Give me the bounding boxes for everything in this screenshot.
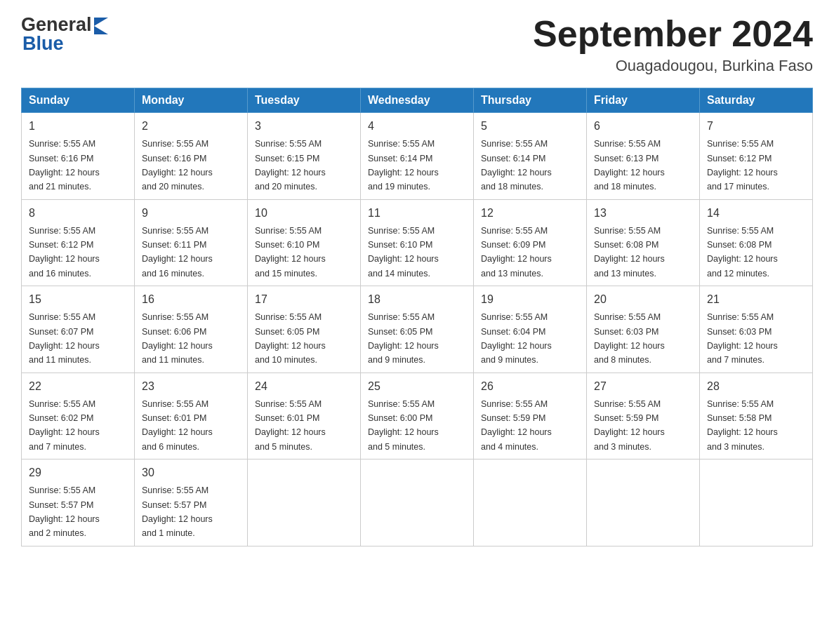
calendar-week-row: 1Sunrise: 5:55 AMSunset: 6:16 PMDaylight… <box>22 113 813 200</box>
table-row: 28Sunrise: 5:55 AMSunset: 5:58 PMDayligh… <box>700 373 813 459</box>
table-row: 4Sunrise: 5:55 AMSunset: 6:14 PMDaylight… <box>361 113 474 200</box>
table-row: 13Sunrise: 5:55 AMSunset: 6:08 PMDayligh… <box>587 199 700 286</box>
day-number: 16 <box>142 291 240 308</box>
page-header: General Blue September 2024 Ouagadougou,… <box>21 14 813 75</box>
day-info: Sunrise: 5:55 AMSunset: 6:13 PMDaylight:… <box>594 139 665 192</box>
day-number: 7 <box>707 118 805 135</box>
title-area: September 2024 Ouagadougou, Burkina Faso <box>533 14 813 75</box>
day-info: Sunrise: 5:55 AMSunset: 6:14 PMDaylight:… <box>481 139 552 192</box>
day-number: 30 <box>142 464 240 481</box>
day-info: Sunrise: 5:55 AMSunset: 6:04 PMDaylight:… <box>481 312 552 365</box>
day-number: 27 <box>594 378 692 395</box>
day-number: 11 <box>368 205 466 222</box>
day-info: Sunrise: 5:55 AMSunset: 6:12 PMDaylight:… <box>707 139 778 192</box>
table-row: 17Sunrise: 5:55 AMSunset: 6:05 PMDayligh… <box>248 286 361 373</box>
day-number: 29 <box>29 464 127 481</box>
day-info: Sunrise: 5:55 AMSunset: 6:01 PMDaylight:… <box>142 399 213 452</box>
day-info: Sunrise: 5:55 AMSunset: 6:16 PMDaylight:… <box>142 139 213 192</box>
col-wednesday: Wednesday <box>361 88 474 113</box>
day-number: 5 <box>481 118 579 135</box>
col-monday: Monday <box>135 88 248 113</box>
day-number: 3 <box>255 118 353 135</box>
table-row: 2Sunrise: 5:55 AMSunset: 6:16 PMDaylight… <box>135 113 248 200</box>
day-number: 21 <box>707 291 805 308</box>
table-row: 30Sunrise: 5:55 AMSunset: 5:57 PMDayligh… <box>135 459 248 546</box>
table-row: 15Sunrise: 5:55 AMSunset: 6:07 PMDayligh… <box>22 286 135 373</box>
table-row: 5Sunrise: 5:55 AMSunset: 6:14 PMDaylight… <box>474 113 587 200</box>
table-row <box>248 459 361 546</box>
day-info: Sunrise: 5:55 AMSunset: 6:03 PMDaylight:… <box>594 312 665 365</box>
day-number: 12 <box>481 205 579 222</box>
day-number: 10 <box>255 205 353 222</box>
day-info: Sunrise: 5:55 AMSunset: 6:15 PMDaylight:… <box>255 139 326 192</box>
logo-blue-text: Blue <box>22 33 64 55</box>
day-info: Sunrise: 5:55 AMSunset: 6:14 PMDaylight:… <box>368 139 439 192</box>
col-tuesday: Tuesday <box>248 88 361 113</box>
day-info: Sunrise: 5:55 AMSunset: 6:11 PMDaylight:… <box>142 226 213 279</box>
table-row: 20Sunrise: 5:55 AMSunset: 6:03 PMDayligh… <box>587 286 700 373</box>
calendar-week-row: 22Sunrise: 5:55 AMSunset: 6:02 PMDayligh… <box>22 373 813 459</box>
calendar-subtitle: Ouagadougou, Burkina Faso <box>533 57 813 75</box>
day-info: Sunrise: 5:55 AMSunset: 5:57 PMDaylight:… <box>29 485 100 538</box>
day-info: Sunrise: 5:55 AMSunset: 6:08 PMDaylight:… <box>594 226 665 279</box>
table-row: 11Sunrise: 5:55 AMSunset: 6:10 PMDayligh… <box>361 199 474 286</box>
day-info: Sunrise: 5:55 AMSunset: 5:59 PMDaylight:… <box>481 399 552 452</box>
col-sunday: Sunday <box>22 88 135 113</box>
table-row: 22Sunrise: 5:55 AMSunset: 6:02 PMDayligh… <box>22 373 135 459</box>
day-number: 17 <box>255 291 353 308</box>
day-info: Sunrise: 5:55 AMSunset: 6:05 PMDaylight:… <box>368 312 439 365</box>
day-number: 22 <box>29 378 127 395</box>
table-row: 24Sunrise: 5:55 AMSunset: 6:01 PMDayligh… <box>248 373 361 459</box>
calendar-week-row: 29Sunrise: 5:55 AMSunset: 5:57 PMDayligh… <box>22 459 813 546</box>
col-saturday: Saturday <box>700 88 813 113</box>
col-thursday: Thursday <box>474 88 587 113</box>
table-row <box>587 459 700 546</box>
day-number: 9 <box>142 205 240 222</box>
day-info: Sunrise: 5:55 AMSunset: 5:57 PMDaylight:… <box>142 485 213 538</box>
day-number: 15 <box>29 291 127 308</box>
day-info: Sunrise: 5:55 AMSunset: 6:16 PMDaylight:… <box>29 139 100 192</box>
calendar-header-row: Sunday Monday Tuesday Wednesday Thursday… <box>22 88 813 113</box>
table-row: 3Sunrise: 5:55 AMSunset: 6:15 PMDaylight… <box>248 113 361 200</box>
table-row: 18Sunrise: 5:55 AMSunset: 6:05 PMDayligh… <box>361 286 474 373</box>
calendar-week-row: 15Sunrise: 5:55 AMSunset: 6:07 PMDayligh… <box>22 286 813 373</box>
day-number: 14 <box>707 205 805 222</box>
calendar-title: September 2024 <box>533 14 813 54</box>
calendar-table: Sunday Monday Tuesday Wednesday Thursday… <box>21 88 813 546</box>
day-info: Sunrise: 5:55 AMSunset: 6:10 PMDaylight:… <box>255 226 326 279</box>
table-row: 12Sunrise: 5:55 AMSunset: 6:09 PMDayligh… <box>474 199 587 286</box>
table-row <box>700 459 813 546</box>
day-number: 1 <box>29 118 127 135</box>
day-info: Sunrise: 5:55 AMSunset: 6:05 PMDaylight:… <box>255 312 326 365</box>
table-row: 10Sunrise: 5:55 AMSunset: 6:10 PMDayligh… <box>248 199 361 286</box>
table-row: 23Sunrise: 5:55 AMSunset: 6:01 PMDayligh… <box>135 373 248 459</box>
day-number: 18 <box>368 291 466 308</box>
day-info: Sunrise: 5:55 AMSunset: 5:59 PMDaylight:… <box>594 399 665 452</box>
table-row: 14Sunrise: 5:55 AMSunset: 6:08 PMDayligh… <box>700 199 813 286</box>
day-info: Sunrise: 5:55 AMSunset: 6:01 PMDaylight:… <box>255 399 326 452</box>
table-row: 8Sunrise: 5:55 AMSunset: 6:12 PMDaylight… <box>22 199 135 286</box>
logo: General Blue <box>21 14 108 55</box>
table-row: 1Sunrise: 5:55 AMSunset: 6:16 PMDaylight… <box>22 113 135 200</box>
table-row: 26Sunrise: 5:55 AMSunset: 5:59 PMDayligh… <box>474 373 587 459</box>
day-info: Sunrise: 5:55 AMSunset: 6:07 PMDaylight:… <box>29 312 100 365</box>
day-number: 13 <box>594 205 692 222</box>
col-friday: Friday <box>587 88 700 113</box>
day-number: 24 <box>255 378 353 395</box>
table-row: 29Sunrise: 5:55 AMSunset: 5:57 PMDayligh… <box>22 459 135 546</box>
table-row: 16Sunrise: 5:55 AMSunset: 6:06 PMDayligh… <box>135 286 248 373</box>
day-number: 8 <box>29 205 127 222</box>
day-number: 26 <box>481 378 579 395</box>
table-row: 19Sunrise: 5:55 AMSunset: 6:04 PMDayligh… <box>474 286 587 373</box>
table-row: 21Sunrise: 5:55 AMSunset: 6:03 PMDayligh… <box>700 286 813 373</box>
day-info: Sunrise: 5:55 AMSunset: 6:06 PMDaylight:… <box>142 312 213 365</box>
day-number: 19 <box>481 291 579 308</box>
day-number: 25 <box>368 378 466 395</box>
day-number: 20 <box>594 291 692 308</box>
day-info: Sunrise: 5:55 AMSunset: 5:58 PMDaylight:… <box>707 399 778 452</box>
table-row: 6Sunrise: 5:55 AMSunset: 6:13 PMDaylight… <box>587 113 700 200</box>
table-row: 9Sunrise: 5:55 AMSunset: 6:11 PMDaylight… <box>135 199 248 286</box>
day-number: 28 <box>707 378 805 395</box>
day-info: Sunrise: 5:55 AMSunset: 6:02 PMDaylight:… <box>29 399 100 452</box>
day-info: Sunrise: 5:55 AMSunset: 6:08 PMDaylight:… <box>707 226 778 279</box>
